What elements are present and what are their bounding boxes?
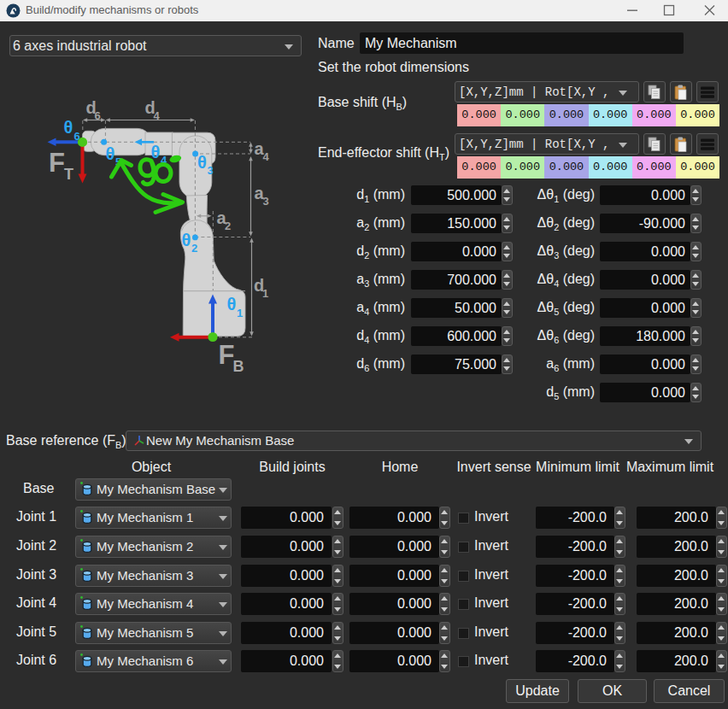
svg-text:θ: θ <box>227 295 237 313</box>
svg-text:4: 4 <box>154 109 161 122</box>
svg-text:θ: θ <box>182 231 191 249</box>
svg-text:3: 3 <box>208 164 214 177</box>
svg-text:4: 4 <box>263 150 270 163</box>
svg-text:1: 1 <box>237 307 243 319</box>
svg-text:1: 1 <box>262 287 268 300</box>
svg-text:F: F <box>49 148 65 178</box>
svg-text:θ: θ <box>64 118 73 137</box>
svg-text:3: 3 <box>263 195 269 208</box>
svg-text:B: B <box>233 358 244 375</box>
svg-text:T: T <box>64 166 73 183</box>
svg-text:2: 2 <box>191 242 197 255</box>
svg-text:6: 6 <box>95 109 101 122</box>
svg-text:θ: θ <box>151 143 161 161</box>
svg-text:6: 6 <box>74 130 80 143</box>
svg-text:θ: θ <box>197 153 207 172</box>
svg-text:θ: θ <box>106 144 115 163</box>
svg-text:2: 2 <box>225 220 231 232</box>
